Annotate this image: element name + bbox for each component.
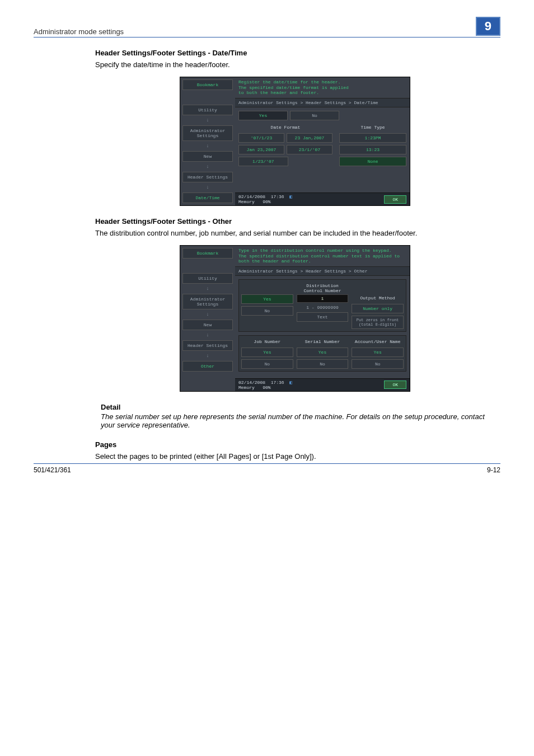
date-opt[interactable]: '07/1/23 [238,133,284,143]
nav-admin[interactable]: Administrator Settings [182,125,233,141]
tab-yes[interactable]: Yes [238,111,288,120]
tab-no[interactable]: No [290,111,339,120]
chapter-badge: 9 [476,17,500,36]
text-button[interactable]: Text [297,312,349,322]
dcn-range: 1 - 99999999 [297,305,349,310]
col-serial: Serial Number [297,338,349,345]
page-header: Administrator mode settings 9 [34,17,500,37]
dcn-label: Distribution Control Number [241,282,404,294]
detail-body: The serial number set up here represents… [101,412,495,429]
time-opt-none[interactable]: None [339,157,406,166]
output-method-label: Output Method [352,294,404,302]
nav-new[interactable]: New [182,151,233,162]
section-other-title: Header Settings/Footer Settings - Other [95,217,495,226]
dcn-no[interactable]: No [241,306,293,316]
nav-header-settings[interactable]: Header Settings [182,172,233,182]
footer-right: 9-12 [487,466,500,474]
section-datetime-body: Specify the date/time in the header/foot… [95,60,495,69]
breadcrumb: Administrator Settings > Header Settings… [235,98,410,107]
time-opt[interactable]: 1:23PM [339,133,406,143]
instructions: Register the date/time for the header. T… [235,77,410,98]
nav-header-settings[interactable]: Header Settings [182,340,233,351]
arrow-down-icon: ↓ [182,332,233,338]
arrow-down-icon: ↓ [182,118,233,123]
serial-yes[interactable]: Yes [297,348,349,357]
arrow-down-icon: ↓ [182,164,233,170]
breadcrumb: Administrator Settings > Header Settings… [235,266,410,276]
ok-button[interactable]: OK [384,195,406,204]
nav-bookmark[interactable]: Bookmark [182,248,233,259]
job-yes[interactable]: Yes [241,348,293,357]
acct-no[interactable]: No [352,359,404,369]
arrow-down-icon: ↓ [182,286,233,292]
col-date-format: Date Format [238,124,332,131]
section-other-body: The distribution control number, job num… [95,229,495,237]
nav-new[interactable]: New [182,320,233,330]
job-no[interactable]: No [241,359,293,369]
col-time-type: Time Type [339,124,406,131]
section-pages-body: Select the pages to be printed (either [… [95,452,495,461]
header-title: Administrator mode settings [34,27,124,36]
nav-admin[interactable]: Administrator Settings [182,294,233,309]
screenshot-datetime: Bookmark Utility ↓ Administrator Setting… [180,77,410,206]
col-job: Job Number [241,338,293,345]
section-pages-title: Pages [95,440,495,449]
arrow-down-icon: ↓ [182,353,233,359]
acct-yes[interactable]: Yes [352,348,404,357]
date-opt[interactable]: 23 Jan,2007 [287,133,332,143]
output-number-only[interactable]: Number only [352,304,404,313]
arrow-down-icon: ↓ [182,143,233,149]
arrow-down-icon: ↓ [182,312,233,317]
serial-no[interactable]: No [297,359,349,369]
section-datetime-title: Header Settings/Footer Settings - Date/T… [95,49,495,57]
nav-other[interactable]: Other [182,361,233,372]
status-text: 02/14/2008 17:36 ◧ Memory 90% [238,194,292,204]
date-opt[interactable]: 23/1/'07 [287,145,332,154]
ok-button[interactable]: OK [384,381,406,389]
dcn-value[interactable]: 1 [297,294,349,303]
output-zeros[interactable]: Put zeros in front (total 8-digits) [352,316,404,329]
nav-utility[interactable]: Utility [182,105,233,115]
col-account: Account/User Name [352,338,404,345]
detail-label: Detail [101,403,495,411]
nav-datetime[interactable]: Date/Time [182,192,233,203]
date-opt[interactable]: 1/23/'07 [238,157,288,166]
instructions: Type in the distribution control number … [235,246,410,266]
screenshot-other: Bookmark Utility ↓ Administrator Setting… [180,245,410,392]
footer-left: 501/421/361 [34,466,71,474]
time-opt[interactable]: 13:23 [339,145,406,154]
page-footer: 501/421/361 9-12 [34,463,500,474]
date-opt[interactable]: Jan 23,2007 [238,145,284,154]
nav-utility[interactable]: Utility [182,273,233,284]
status-text: 02/14/2008 17:36 ◧ Memory 90% [238,380,292,390]
arrow-down-icon: ↓ [182,185,233,190]
dcn-yes[interactable]: Yes [241,294,293,304]
nav-bookmark[interactable]: Bookmark [182,79,233,90]
